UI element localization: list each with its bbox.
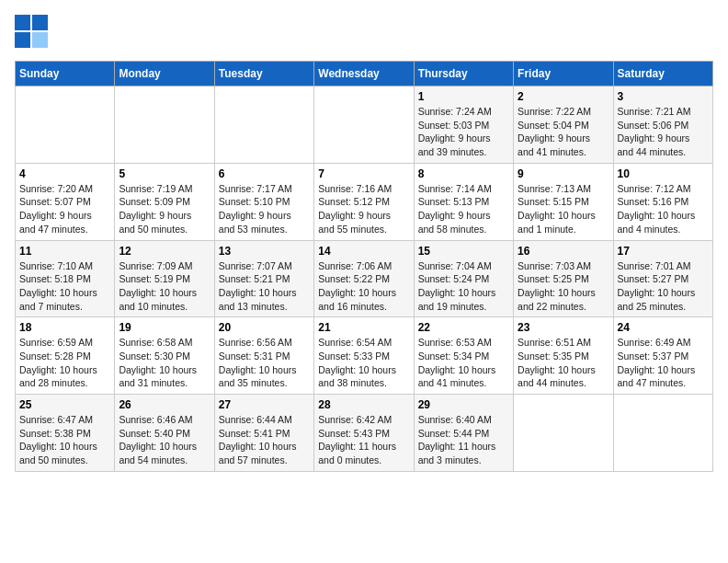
day-number: 2	[518, 90, 609, 103]
day-cell: 6Sunrise: 7:17 AM Sunset: 5:10 PM Daylig…	[214, 163, 313, 240]
header-tuesday: Tuesday	[214, 62, 313, 86]
day-number: 18	[19, 321, 110, 334]
day-number: 17	[618, 245, 709, 258]
day-info: Sunrise: 7:04 AM Sunset: 5:24 PM Dayligh…	[418, 259, 509, 314]
day-info: Sunrise: 6:58 AM Sunset: 5:30 PM Dayligh…	[119, 336, 210, 390]
week-row-5: 25Sunrise: 6:47 AM Sunset: 5:38 PM Dayli…	[16, 395, 713, 472]
day-cell: 26Sunrise: 6:46 AM Sunset: 5:40 PM Dayli…	[115, 395, 214, 472]
day-cell: 7Sunrise: 7:16 AM Sunset: 5:12 PM Daylig…	[314, 163, 414, 240]
day-number: 16	[518, 245, 609, 258]
day-number: 21	[318, 321, 409, 334]
day-info: Sunrise: 7:16 AM Sunset: 5:12 PM Dayligh…	[318, 182, 409, 236]
day-number: 13	[219, 245, 310, 258]
day-cell: 9Sunrise: 7:13 AM Sunset: 5:15 PM Daylig…	[514, 163, 613, 240]
logo	[15, 15, 51, 52]
week-row-3: 11Sunrise: 7:10 AM Sunset: 5:18 PM Dayli…	[16, 240, 713, 317]
calendar-table: SundayMondayTuesdayWednesdayThursdayFrid…	[15, 61, 713, 472]
day-info: Sunrise: 6:46 AM Sunset: 5:40 PM Dayligh…	[119, 413, 210, 467]
svg-rect-0	[15, 15, 30, 30]
day-cell: 27Sunrise: 6:44 AM Sunset: 5:41 PM Dayli…	[214, 395, 313, 472]
day-info: Sunrise: 7:13 AM Sunset: 5:15 PM Dayligh…	[518, 182, 609, 236]
day-info: Sunrise: 6:56 AM Sunset: 5:31 PM Dayligh…	[219, 336, 310, 390]
day-number: 25	[19, 398, 110, 411]
day-cell: 29Sunrise: 6:40 AM Sunset: 5:44 PM Dayli…	[414, 395, 513, 472]
day-cell: 23Sunrise: 6:51 AM Sunset: 5:35 PM Dayli…	[514, 317, 613, 395]
day-number: 23	[518, 321, 609, 334]
day-info: Sunrise: 7:24 AM Sunset: 5:03 PM Dayligh…	[418, 105, 509, 159]
day-number: 1	[418, 90, 509, 103]
day-cell: 2Sunrise: 7:22 AM Sunset: 5:04 PM Daylig…	[514, 86, 613, 164]
header-sunday: Sunday	[16, 62, 115, 86]
week-row-1: 1Sunrise: 7:24 AM Sunset: 5:03 PM Daylig…	[16, 86, 713, 164]
day-number: 5	[119, 167, 210, 180]
day-cell: 17Sunrise: 7:01 AM Sunset: 5:27 PM Dayli…	[613, 240, 712, 317]
day-info: Sunrise: 7:14 AM Sunset: 5:13 PM Dayligh…	[418, 182, 509, 236]
header-wednesday: Wednesday	[314, 62, 414, 86]
day-info: Sunrise: 7:12 AM Sunset: 5:16 PM Dayligh…	[618, 182, 709, 236]
header-thursday: Thursday	[414, 62, 513, 86]
calendar-header-row: SundayMondayTuesdayWednesdayThursdayFrid…	[16, 62, 713, 86]
day-number: 14	[318, 245, 409, 258]
day-number: 10	[618, 167, 709, 180]
day-cell	[314, 86, 414, 164]
day-info: Sunrise: 6:59 AM Sunset: 5:28 PM Dayligh…	[19, 336, 110, 390]
day-info: Sunrise: 7:10 AM Sunset: 5:18 PM Dayligh…	[19, 259, 110, 314]
day-number: 12	[119, 245, 210, 258]
day-info: Sunrise: 7:03 AM Sunset: 5:25 PM Dayligh…	[518, 259, 609, 314]
day-cell	[16, 86, 115, 164]
day-info: Sunrise: 7:17 AM Sunset: 5:10 PM Dayligh…	[219, 182, 310, 236]
day-number: 29	[418, 398, 509, 411]
day-cell: 3Sunrise: 7:21 AM Sunset: 5:06 PM Daylig…	[613, 86, 712, 164]
day-cell	[613, 395, 712, 472]
header-friday: Friday	[514, 62, 613, 86]
day-info: Sunrise: 6:51 AM Sunset: 5:35 PM Dayligh…	[518, 336, 609, 390]
day-cell: 10Sunrise: 7:12 AM Sunset: 5:16 PM Dayli…	[613, 163, 712, 240]
svg-rect-2	[15, 32, 30, 48]
day-cell: 20Sunrise: 6:56 AM Sunset: 5:31 PM Dayli…	[214, 317, 313, 395]
day-number: 4	[19, 167, 110, 180]
logo-mark	[15, 15, 48, 52]
day-number: 11	[19, 245, 110, 258]
day-cell: 21Sunrise: 6:54 AM Sunset: 5:33 PM Dayli…	[314, 317, 414, 395]
day-info: Sunrise: 7:20 AM Sunset: 5:07 PM Dayligh…	[19, 182, 110, 236]
day-cell	[115, 86, 214, 164]
day-cell: 24Sunrise: 6:49 AM Sunset: 5:37 PM Dayli…	[613, 317, 712, 395]
day-info: Sunrise: 6:53 AM Sunset: 5:34 PM Dayligh…	[418, 336, 509, 390]
day-info: Sunrise: 7:21 AM Sunset: 5:06 PM Dayligh…	[618, 105, 709, 159]
day-cell: 25Sunrise: 6:47 AM Sunset: 5:38 PM Dayli…	[16, 395, 115, 472]
day-number: 19	[119, 321, 210, 334]
svg-rect-3	[32, 32, 48, 48]
page-header	[15, 15, 713, 52]
day-number: 7	[318, 167, 409, 180]
day-number: 8	[418, 167, 509, 180]
header-monday: Monday	[115, 62, 214, 86]
day-info: Sunrise: 6:44 AM Sunset: 5:41 PM Dayligh…	[219, 413, 310, 467]
day-info: Sunrise: 7:09 AM Sunset: 5:19 PM Dayligh…	[119, 259, 210, 314]
day-number: 20	[219, 321, 310, 334]
day-info: Sunrise: 6:42 AM Sunset: 5:43 PM Dayligh…	[318, 413, 409, 467]
day-cell: 8Sunrise: 7:14 AM Sunset: 5:13 PM Daylig…	[414, 163, 513, 240]
day-number: 27	[219, 398, 310, 411]
day-cell: 1Sunrise: 7:24 AM Sunset: 5:03 PM Daylig…	[414, 86, 513, 164]
day-info: Sunrise: 7:22 AM Sunset: 5:04 PM Dayligh…	[518, 105, 609, 159]
day-cell: 11Sunrise: 7:10 AM Sunset: 5:18 PM Dayli…	[16, 240, 115, 317]
day-info: Sunrise: 7:01 AM Sunset: 5:27 PM Dayligh…	[618, 259, 709, 314]
day-number: 15	[418, 245, 509, 258]
day-cell: 13Sunrise: 7:07 AM Sunset: 5:21 PM Dayli…	[214, 240, 313, 317]
day-number: 28	[318, 398, 409, 411]
day-cell: 12Sunrise: 7:09 AM Sunset: 5:19 PM Dayli…	[115, 240, 214, 317]
day-info: Sunrise: 7:19 AM Sunset: 5:09 PM Dayligh…	[119, 182, 210, 236]
week-row-4: 18Sunrise: 6:59 AM Sunset: 5:28 PM Dayli…	[16, 317, 713, 395]
day-info: Sunrise: 6:47 AM Sunset: 5:38 PM Dayligh…	[19, 413, 110, 467]
day-number: 6	[219, 167, 310, 180]
day-cell: 19Sunrise: 6:58 AM Sunset: 5:30 PM Dayli…	[115, 317, 214, 395]
day-cell: 22Sunrise: 6:53 AM Sunset: 5:34 PM Dayli…	[414, 317, 513, 395]
day-info: Sunrise: 7:06 AM Sunset: 5:22 PM Dayligh…	[318, 259, 409, 314]
week-row-2: 4Sunrise: 7:20 AM Sunset: 5:07 PM Daylig…	[16, 163, 713, 240]
day-cell: 15Sunrise: 7:04 AM Sunset: 5:24 PM Dayli…	[414, 240, 513, 317]
day-number: 3	[618, 90, 709, 103]
header-saturday: Saturday	[613, 62, 712, 86]
day-cell: 4Sunrise: 7:20 AM Sunset: 5:07 PM Daylig…	[16, 163, 115, 240]
day-info: Sunrise: 6:49 AM Sunset: 5:37 PM Dayligh…	[618, 336, 709, 390]
day-cell: 18Sunrise: 6:59 AM Sunset: 5:28 PM Dayli…	[16, 317, 115, 395]
